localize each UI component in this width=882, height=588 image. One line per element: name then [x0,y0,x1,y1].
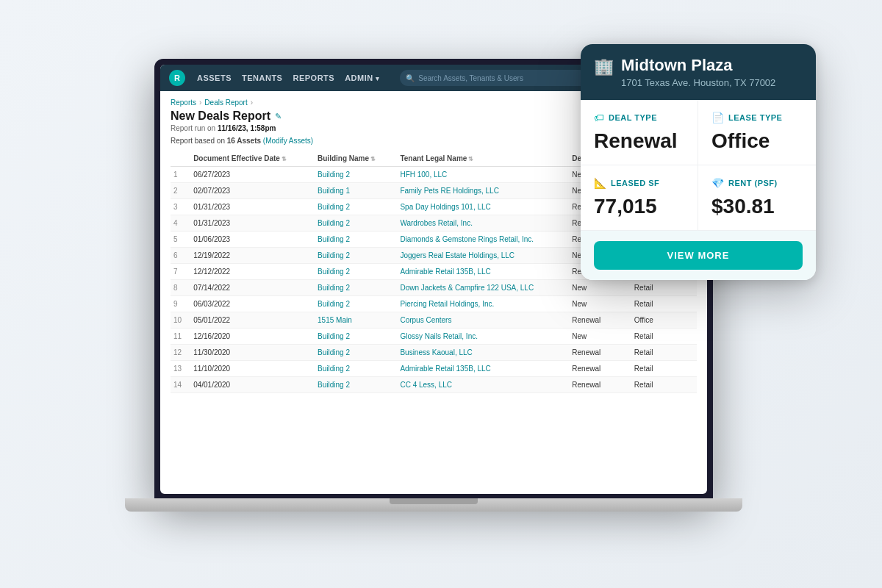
row-date: 11/10/2020 [187,361,312,377]
deal-type-label-row: 🏷 DEAL TYPE [594,112,684,123]
popup-header: 🏢 Midtown Plaza 1701 Texas Ave. Houston,… [581,44,816,100]
row-num: 9 [171,296,187,312]
popup-title: Midtown Plaza [621,56,775,75]
popup-address: 1701 Texas Ave. Houston, TX 77002 [621,77,775,88]
row-tenant[interactable]: Wardrobes Retail, Inc. [394,215,566,232]
report-date: 11/16/23, 1:58pm [218,124,276,132]
row-building[interactable]: Building 2 [312,361,394,377]
row-building[interactable]: Building 2 [312,329,394,345]
nav-reports[interactable]: REPORTS [293,74,334,82]
row-tenant[interactable]: Spa Day Holdings 101, LLC [394,199,566,215]
deal-type-icon: 🏷 [594,112,604,123]
row-date: 11/30/2020 [187,345,312,361]
row-tenant[interactable]: Admirable Retail 135B, LLC [394,264,566,280]
rent-value: $30.81 [711,195,803,218]
row-date: 02/07/2023 [187,183,312,199]
row-building[interactable]: Building 2 [312,296,394,312]
leased-sf-label-row: 📐 LEASED SF [594,177,684,189]
row-lease-type: Retail [628,377,697,393]
row-date: 01/31/2023 [187,199,312,215]
row-tenant[interactable]: Diamonds & Gemstone Rings Retail, Inc. [394,232,566,248]
row-lease-type: Retail [628,345,697,361]
row-building[interactable]: Building 2 [312,280,394,296]
deal-type-label: DEAL TYPE [609,113,657,122]
row-lease-type: Office [628,312,697,329]
popup-card: 🏢 Midtown Plaza 1701 Texas Ave. Houston,… [581,44,816,280]
row-date: 01/31/2023 [187,215,312,232]
nav-assets[interactable]: ASSETS [197,74,232,82]
view-more-button[interactable]: VIEW MORE [594,241,803,270]
popup-stats-grid: 🏷 DEAL TYPE Renewal 📄 LEASE TYPE Office [581,100,816,231]
breadcrumb-sep2: › [251,98,253,107]
modify-assets-link[interactable]: (Modify Assets) [263,137,313,145]
stat-deal-type: 🏷 DEAL TYPE Renewal [581,100,698,165]
breadcrumb-sep1: › [199,98,201,107]
row-num: 10 [171,312,187,329]
row-building[interactable]: Building 2 [312,232,394,248]
search-icon: 🔍 [406,74,415,82]
col-date: Document Effective Date⇅ [187,151,312,167]
row-num: 3 [171,199,187,215]
row-deal-type: New [566,329,628,345]
row-tenant[interactable]: Glossy Nails Retail, Inc. [394,329,566,345]
col-building: Building Name⇅ [312,151,394,167]
row-building[interactable]: Building 2 [312,264,394,280]
row-num: 12 [171,345,187,361]
row-num: 1 [171,167,187,183]
row-tenant[interactable]: HFH 100, LLC [394,167,566,183]
row-tenant[interactable]: Corpus Centers [394,312,566,329]
rent-icon: 💎 [711,177,724,189]
row-num: 11 [171,329,187,345]
row-tenant[interactable]: Piercing Retail Holdings, Inc. [394,296,566,312]
table-row: 1404/01/2020Building 2CC 4 Less, LLCRene… [171,377,697,393]
row-building[interactable]: Building 1 [312,183,394,199]
page-title: New Deals Report [171,110,270,123]
row-tenant[interactable]: CC 4 Less, LLC [394,377,566,393]
row-date: 12/16/2020 [187,329,312,345]
row-tenant[interactable]: Family Pets RE Holdings, LLC [394,183,566,199]
row-building[interactable]: Building 2 [312,248,394,264]
nav-tenants[interactable]: TENANTS [242,74,282,82]
row-tenant[interactable]: Down Jackets & Campfire 122 USA, LLC [394,280,566,296]
row-num: 6 [171,248,187,264]
row-building[interactable]: Building 2 [312,215,394,232]
laptop-wrapper: R ASSETS TENANTS REPORTS ADMIN 🔍 Search … [110,37,772,566]
row-building[interactable]: Building 2 [312,199,394,215]
row-date: 06/03/2022 [187,296,312,312]
row-deal-type: Renewal [566,312,628,329]
row-building[interactable]: 1515 Main [312,312,394,329]
leased-sf-icon: 📐 [594,177,606,189]
row-tenant[interactable]: Admirable Retail 135B, LLC [394,361,566,377]
table-row: 1112/16/2020Building 2Glossy Nails Retai… [171,329,697,345]
row-date: 12/12/2022 [187,264,312,280]
breadcrumb-deals[interactable]: Deals Report [204,98,247,107]
leased-sf-label: LEASED SF [611,179,659,187]
building-icon: 🏢 [594,57,614,76]
stat-rent-psf: 💎 RENT (PSF) $30.81 [698,165,816,231]
lease-type-label: LEASE TYPE [728,113,782,122]
lease-type-value: Office [711,129,803,153]
stat-lease-type: 📄 LEASE TYPE Office [698,100,816,165]
table-row: 1211/30/2020Building 2Business Kaoual, L… [171,345,697,361]
lease-type-label-row: 📄 LEASE TYPE [711,112,803,123]
row-deal-type: Renewal [566,361,628,377]
row-building[interactable]: Building 2 [312,167,394,183]
table-row: 1311/10/2020Building 2Admirable Retail 1… [171,361,697,377]
row-date: 05/01/2022 [187,312,312,329]
row-date: 12/19/2022 [187,248,312,264]
popup-title-block: Midtown Plaza 1701 Texas Ave. Houston, T… [621,56,775,88]
row-building[interactable]: Building 2 [312,345,394,361]
row-building[interactable]: Building 2 [312,377,394,393]
breadcrumb-reports[interactable]: Reports [171,98,196,107]
row-tenant[interactable]: Joggers Real Estate Holdings, LLC [394,248,566,264]
row-date: 01/06/2023 [187,232,312,248]
row-num: 8 [171,280,187,296]
row-deal-type: New [566,296,628,312]
row-date: 04/01/2020 [187,377,312,393]
deal-type-value: Renewal [594,129,684,153]
edit-icon[interactable]: ✎ [275,112,282,121]
row-tenant[interactable]: Business Kaoual, LLC [394,345,566,361]
row-lease-type: Retail [628,361,697,377]
row-lease-type: Retail [628,296,697,312]
nav-admin[interactable]: ADMIN [345,74,379,82]
